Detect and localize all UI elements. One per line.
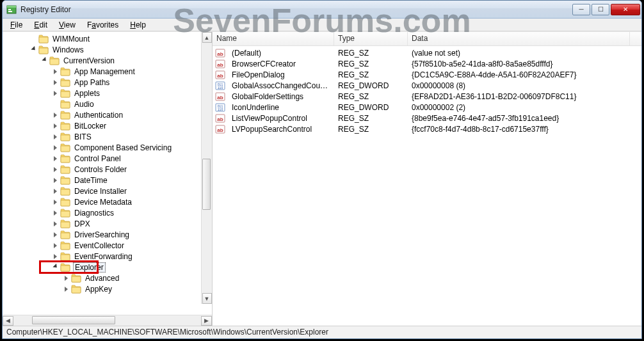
registry-tree[interactable]: WIMMountWindowsCurrentVersionApp Managem…: [3, 32, 212, 296]
tree-item-label[interactable]: Device Installer: [73, 187, 128, 196]
menu-file[interactable]: File: [5, 20, 28, 30]
expand-icon[interactable]: [51, 111, 60, 119]
collapse-icon[interactable]: [40, 56, 49, 65]
tree-item-label[interactable]: DriverSearching: [73, 230, 131, 239]
tree-item[interactable]: Audio: [3, 99, 212, 109]
tree-item-label[interactable]: Device Metadata: [73, 198, 133, 207]
tree-item[interactable]: BITS: [3, 131, 212, 142]
tree-item-label[interactable]: App Paths: [73, 78, 111, 87]
expand-icon[interactable]: [51, 252, 60, 260]
col-header-data[interactable]: Data: [408, 32, 630, 45]
value-row[interactable]: abLVPopupSearchControlREG_SZ{fccf70c8-f4…: [213, 123, 641, 134]
expand-icon[interactable]: [51, 132, 60, 141]
scroll-track[interactable]: [14, 316, 200, 326]
tree-item-label[interactable]: Applets: [73, 89, 101, 98]
tree-item[interactable]: Applets: [3, 88, 212, 99]
expand-icon[interactable]: [51, 176, 60, 184]
tree-item-label[interactable]: Explorer: [73, 262, 106, 273]
expand-icon[interactable]: [51, 67, 60, 75]
scroll-left-button[interactable]: ◀: [3, 316, 13, 326]
titlebar[interactable]: Registry Editor ─ ☐ ✕: [3, 1, 641, 19]
collapse-icon[interactable]: [51, 263, 60, 271]
menu-view[interactable]: View: [54, 20, 81, 30]
value-row[interactable]: abBrowserCFCreatorREG_SZ{57f8510b-a5e2-4…: [213, 58, 641, 69]
tree-item-label[interactable]: DateTime: [73, 176, 109, 185]
expand-icon[interactable]: [51, 154, 60, 163]
expand-icon[interactable]: [51, 230, 60, 239]
scroll-thumb[interactable]: [32, 316, 115, 324]
expand-icon[interactable]: [51, 143, 60, 152]
tree-item[interactable]: AppKey: [3, 283, 212, 294]
tree-item[interactable]: DPX: [3, 218, 212, 229]
tree-item[interactable]: Authentication: [3, 109, 212, 120]
tree-item-label[interactable]: Controls Folder: [73, 165, 128, 174]
value-row[interactable]: ab(Default)REG_SZ(value not set): [213, 47, 641, 58]
tree-item[interactable]: Diagnostics: [3, 207, 212, 218]
expand-icon[interactable]: [51, 219, 60, 228]
tree-hscrollbar[interactable]: ◀ ▶: [3, 315, 212, 326]
col-header-name[interactable]: Name: [213, 32, 334, 45]
expand-icon[interactable]: [51, 198, 60, 206]
tree-item-label[interactable]: AppKey: [84, 285, 113, 294]
tree-item[interactable]: EventForwarding: [3, 251, 212, 262]
collapse-icon[interactable]: [29, 45, 38, 54]
tree-item[interactable]: DriverSearching: [3, 229, 212, 240]
expand-icon[interactable]: [51, 122, 60, 130]
value-row[interactable]: abGlobalFolderSettingsREG_SZ{EF8AD2D1-AE…: [213, 91, 641, 102]
tree-item[interactable]: Controls Folder: [3, 164, 212, 175]
tree-item[interactable]: WIMMount: [3, 33, 212, 44]
scroll-thumb[interactable]: [202, 159, 211, 210]
tree-item-label[interactable]: BitLocker: [73, 122, 108, 131]
tree-item[interactable]: BitLocker: [3, 120, 212, 131]
value-row[interactable]: abFileOpenDialogREG_SZ{DC1C5A9C-E88A-4dd…: [213, 69, 641, 80]
maximize-button[interactable]: ☐: [592, 4, 609, 15]
expand-icon[interactable]: [51, 241, 60, 250]
tree-item[interactable]: Windows: [3, 44, 212, 55]
tree-item[interactable]: Device Installer: [3, 186, 212, 196]
scroll-track[interactable]: [202, 44, 212, 292]
expand-icon[interactable]: [51, 187, 60, 195]
tree-item-label[interactable]: CurrentVersion: [62, 56, 116, 65]
tree-item-label[interactable]: DPX: [73, 219, 92, 228]
value-row[interactable]: abListViewPopupControlREG_SZ{8be9f5ea-e7…: [213, 113, 641, 123]
scroll-down-button[interactable]: ▼: [202, 293, 212, 304]
expand-icon[interactable]: [62, 285, 70, 293]
value-row[interactable]: 011110GlobalAssocChangedCounterREG_DWORD…: [213, 80, 641, 91]
value-row[interactable]: 011110IconUnderlineREG_DWORD0x00000002 (…: [213, 102, 641, 113]
tree-vscrollbar[interactable]: ▲ ▼: [201, 32, 212, 304]
col-header-type[interactable]: Type: [334, 32, 408, 45]
tree-item-label[interactable]: Control Panel: [73, 154, 122, 163]
tree-item-label[interactable]: Component Based Servicing: [73, 143, 173, 152]
tree-item-label[interactable]: EventForwarding: [73, 252, 134, 261]
tree-item[interactable]: Device Metadata: [3, 196, 212, 207]
menu-favorites[interactable]: Favorites: [82, 20, 124, 30]
expand-icon[interactable]: [51, 78, 60, 86]
tree-item-label[interactable]: Diagnostics: [73, 209, 115, 218]
tree-item[interactable]: Explorer: [3, 262, 212, 273]
menu-edit[interactable]: Edit: [29, 20, 52, 30]
scroll-right-button[interactable]: ▶: [201, 316, 212, 326]
tree-item[interactable]: CurrentVersion: [3, 55, 212, 66]
tree-item-label[interactable]: EventCollector: [73, 241, 125, 250]
tree-item-label[interactable]: BITS: [73, 132, 93, 141]
tree-item-label[interactable]: Windows: [51, 45, 85, 54]
close-button[interactable]: ✕: [611, 4, 640, 15]
tree-item[interactable]: App Paths: [3, 77, 212, 88]
tree-item-label[interactable]: Authentication: [73, 111, 124, 120]
values-list[interactable]: ab(Default)REG_SZ(value not set)abBrowse…: [213, 46, 641, 326]
tree-item[interactable]: App Management: [3, 66, 212, 77]
expand-icon[interactable]: [51, 165, 60, 173]
tree-item-label[interactable]: App Management: [73, 67, 136, 76]
tree-item-label[interactable]: Advanced: [84, 274, 120, 283]
tree-item[interactable]: DateTime: [3, 175, 212, 186]
tree-item-label[interactable]: Audio: [73, 100, 95, 109]
tree-item[interactable]: Component Based Servicing: [3, 142, 212, 153]
scroll-up-button[interactable]: ▲: [202, 32, 212, 43]
expand-icon[interactable]: [62, 274, 70, 282]
tree-item[interactable]: Control Panel: [3, 153, 212, 164]
tree-item[interactable]: Advanced: [3, 273, 212, 283]
minimize-button[interactable]: ─: [572, 4, 590, 15]
menu-help[interactable]: Help: [125, 20, 151, 30]
tree-item-label[interactable]: WIMMount: [51, 35, 91, 44]
expand-icon[interactable]: [51, 209, 60, 217]
